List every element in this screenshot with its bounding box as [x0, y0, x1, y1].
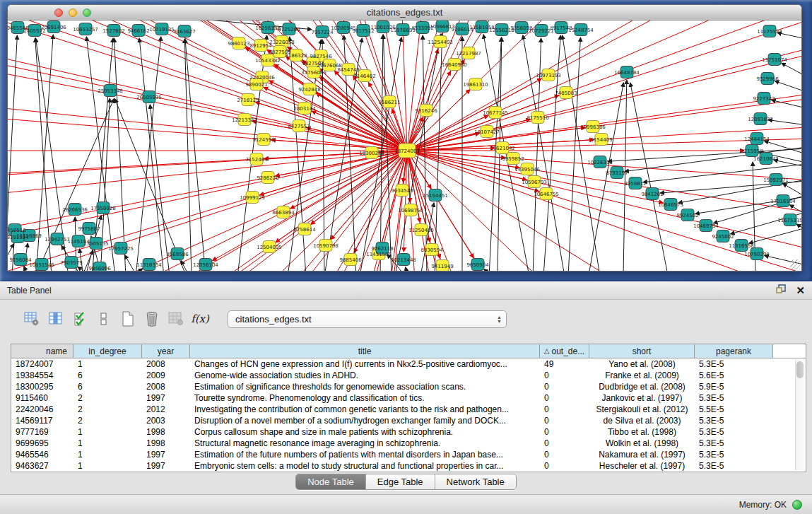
table-cell[interactable]: 2008: [142, 381, 190, 392]
table-cell[interactable]: 5.6E-5: [695, 370, 773, 381]
table-cell[interactable]: Franke et al. (2009): [589, 370, 695, 381]
table-cell[interactable]: 1997: [142, 392, 190, 404]
table-cell[interactable]: 2: [73, 392, 142, 404]
table-cell[interactable]: Corpus callosum shape and size in male p…: [190, 426, 540, 438]
row-height-icon[interactable]: [95, 310, 113, 327]
table-cell[interactable]: Wolkin et al. (1998): [589, 438, 695, 449]
table-row[interactable]: 1872400712008Changes of HCN gene express…: [11, 358, 806, 370]
table-scrollbar[interactable]: [795, 360, 804, 470]
table-cell[interactable]: 5.5E-5: [695, 404, 773, 415]
table-cell[interactable]: 1997: [142, 449, 190, 460]
table-cell[interactable]: 0: [540, 404, 589, 415]
table-cell[interactable]: 1997: [142, 460, 190, 472]
table-cell[interactable]: 18300295: [11, 381, 73, 392]
table-cell[interactable]: Dudbridge et al. (2008): [589, 381, 695, 392]
table-cell[interactable]: 19384554: [11, 370, 73, 381]
table-cell[interactable]: Investigating the contribution of common…: [190, 404, 540, 415]
table-row[interactable]: 2242004622012Investigating the contribut…: [11, 404, 806, 415]
table-row[interactable]: 1938455462009Genome-wide association stu…: [11, 370, 806, 381]
table-cell[interactable]: Stergiakouli et al. (2012): [589, 404, 695, 415]
table-cell[interactable]: 1: [73, 358, 142, 370]
table-cell[interactable]: 9699695: [11, 438, 73, 449]
table-cell[interactable]: 2012: [142, 404, 190, 415]
table-cell[interactable]: 2003: [142, 415, 190, 426]
table-cell[interactable]: 0: [540, 449, 589, 460]
table-cell[interactable]: 5.3E-5: [695, 358, 773, 370]
column-header-name[interactable]: name: [11, 344, 73, 358]
table-cell[interactable]: 22420046: [11, 404, 73, 415]
table-row[interactable]: 977716911998Corpus callosum shape and si…: [11, 426, 806, 438]
table-cell[interactable]: 0: [540, 415, 589, 426]
table-cell[interactable]: 9463627: [11, 460, 73, 472]
tab-network-table[interactable]: Network Table: [435, 474, 516, 489]
table-cell[interactable]: Disruption of a novel member of a sodium…: [190, 415, 540, 426]
table-cell[interactable]: 5.3E-5: [695, 460, 773, 472]
table-row[interactable]: 946554611997Estimation of the future num…: [11, 449, 806, 460]
window-resize-grip[interactable]: [790, 259, 800, 269]
table-cell[interactable]: 1: [73, 449, 142, 460]
table-cell[interactable]: Hescheler et al. (1997): [589, 460, 695, 472]
show-columns-icon[interactable]: [47, 310, 65, 327]
table-cell[interactable]: 1998: [142, 426, 190, 438]
delete-table-icon[interactable]: [143, 310, 161, 327]
table-cell[interactable]: 5.9E-5: [695, 381, 773, 392]
create-table-icon[interactable]: [119, 310, 137, 327]
table-cell[interactable]: 9115460: [11, 392, 73, 404]
table-row[interactable]: 946362711997Embryonic stem cells: a mode…: [11, 460, 806, 472]
table-cell[interactable]: 1: [73, 426, 142, 438]
table-cell[interactable]: Yano et al. (2008): [589, 358, 695, 370]
table-cell[interactable]: 49: [540, 358, 589, 370]
table-cell[interactable]: 9465546: [11, 449, 73, 460]
table-cell[interactable]: 5.3E-5: [695, 392, 773, 404]
table-cell[interactable]: 14569117: [11, 415, 73, 426]
table-cell[interactable]: Tourette syndrome. Phenomenology and cla…: [190, 392, 540, 404]
column-header-title[interactable]: title: [190, 344, 540, 358]
table-row[interactable]: 969969511998Structural magnetic resonanc…: [11, 438, 806, 449]
table-cell[interactable]: 18724007: [11, 358, 73, 370]
table-options-icon[interactable]: [23, 310, 41, 327]
table-row[interactable]: 1456911722003Disruption of a novel membe…: [11, 415, 806, 426]
table-cell[interactable]: 0: [540, 426, 589, 438]
table-cell[interactable]: 0: [540, 381, 589, 392]
select-rows-icon[interactable]: [71, 310, 89, 327]
table-cell[interactable]: 1: [73, 460, 142, 472]
table-cell[interactable]: 2: [73, 415, 142, 426]
table-cell[interactable]: 5.3E-5: [695, 415, 773, 426]
close-panel-icon[interactable]: ✕: [796, 286, 805, 296]
float-panel-icon[interactable]: [776, 284, 786, 297]
tab-node-table[interactable]: Node Table: [296, 474, 366, 489]
table-cell[interactable]: Estimation of the future numbers of pati…: [190, 449, 540, 460]
table-cell[interactable]: 1: [73, 438, 142, 449]
table-cell[interactable]: 5.3E-5: [695, 438, 773, 449]
table-cell[interactable]: 6: [73, 381, 142, 392]
table-row[interactable]: 911546021997Tourette syndrome. Phenomeno…: [11, 392, 806, 404]
table-scrollbar-thumb[interactable]: [796, 361, 804, 378]
table-cell[interactable]: de Silva et al. (2003): [589, 415, 695, 426]
network-window[interactable]: citations_edges.txt 98601238912954232260…: [7, 4, 802, 271]
column-header-pagerank[interactable]: pagerank: [695, 344, 773, 358]
column-header-short[interactable]: short: [589, 344, 695, 358]
table-cell[interactable]: 0: [540, 438, 589, 449]
table-cell[interactable]: 9777169: [11, 426, 73, 438]
network-window-titlebar[interactable]: citations_edges.txt: [8, 5, 801, 21]
network-canvas[interactable]: 9860123891295423226058982750981863281054…: [8, 21, 801, 271]
table-cell[interactable]: 2009: [142, 370, 190, 381]
table-cell[interactable]: 2: [73, 404, 142, 415]
table-cell[interactable]: Nakamura et al. (1997): [589, 449, 695, 460]
table-cell[interactable]: Tibbo et al. (1998): [589, 426, 695, 438]
table-cell[interactable]: 5.3E-5: [695, 426, 773, 438]
table-cell[interactable]: Genome-wide association studies in ADHD.: [190, 370, 540, 381]
table-source-selector[interactable]: citations_edges.txt ▲▼: [228, 310, 507, 328]
table-cell[interactable]: 0: [540, 392, 589, 404]
table-cell[interactable]: Jankovic et al. (1997): [589, 392, 695, 404]
tab-edge-table[interactable]: Edge Table: [366, 474, 435, 489]
table-cell[interactable]: 0: [540, 460, 589, 472]
table-cell[interactable]: Embryonic stem cells: a model to study s…: [190, 460, 540, 472]
table-row[interactable]: 1830029562008Estimation of significance …: [11, 381, 806, 392]
column-header-year[interactable]: year: [142, 344, 190, 358]
table-cell[interactable]: 6: [73, 370, 142, 381]
table-cell[interactable]: 5.3E-5: [695, 449, 773, 460]
table-cell[interactable]: 2008: [142, 358, 190, 370]
table-cell[interactable]: 1998: [142, 438, 190, 449]
column-header-in-degree[interactable]: in_degree: [73, 344, 142, 358]
